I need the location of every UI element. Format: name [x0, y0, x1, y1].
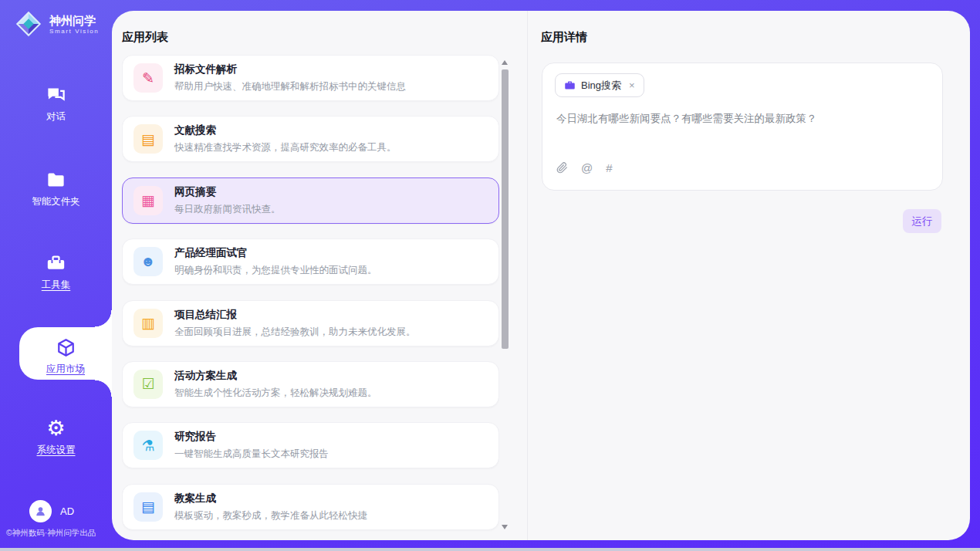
- query-text[interactable]: 今日湖北有哪些新闻要点？有哪些需要关注的最新政策？: [556, 111, 928, 127]
- briefcase-icon: [564, 79, 576, 91]
- app-detail-title: 应用详情: [541, 30, 587, 45]
- scrollbar-thumb[interactable]: [502, 69, 509, 349]
- prompt-input-card[interactable]: Bing搜索 × 今日湖北有哪些新闻要点？有哪些需要关注的最新政策？ @#: [542, 63, 943, 191]
- app-card-item[interactable]: ☻ 产品经理面试官 明确身份和职责，为您提供专业性的面试问题。: [122, 238, 499, 285]
- app-card-texts: 产品经理面试官 明确身份和职责，为您提供专业性的面试问题。: [174, 246, 377, 277]
- clipboard-check-icon: ☑: [133, 370, 163, 399]
- paperclip-icon[interactable]: [556, 161, 568, 174]
- sidebar-item-label: 应用市场: [46, 363, 85, 376]
- app-card-item[interactable]: ☑ 活动方案生成 智能生成个性化活动方案，轻松解决规划难题。: [122, 361, 499, 407]
- app-card-texts: 文献搜索 快速精准查找学术资源，提高研究效率的必备工具。: [174, 123, 397, 154]
- brand-logo-icon: [14, 9, 43, 39]
- app-card-texts: 教案生成 模板驱动，教案秒成，教学准备从此轻松快捷: [174, 492, 367, 522]
- app-card-description: 明确身份和职责，为您提供专业性的面试问题。: [174, 264, 377, 277]
- scrollbar: [500, 59, 510, 532]
- app-card-description: 每日政府新闻资讯快查。: [174, 203, 281, 216]
- webpage-icon: ▦: [133, 186, 163, 215]
- app-card-item[interactable]: ▤ 教案生成 模板驱动，教案秒成，教学准备从此轻松快捷: [122, 484, 499, 530]
- app-card-title: 文献搜索: [174, 123, 397, 137]
- brand-text: 神州问学 Smart Vision: [49, 14, 99, 35]
- scrollbar-up-arrow-icon[interactable]: [502, 60, 508, 65]
- app-card-item[interactable]: ▤ 文献搜索 快速精准查找学术资源，提高研究效率的必备工具。: [122, 116, 499, 162]
- app-card-title: 研究报告: [174, 430, 329, 444]
- book-icon: ▤: [133, 124, 163, 154]
- person-icon: [34, 505, 47, 518]
- app-card-description: 全面回顾项目进展，总结经验教训，助力未来优化发展。: [174, 326, 416, 339]
- chip-close-icon[interactable]: ×: [629, 79, 635, 91]
- app-card-title: 网页摘要: [174, 185, 281, 199]
- note-icon: ▥: [133, 309, 163, 338]
- sidebar-item-label: 工具集: [42, 279, 71, 292]
- app-list-title: 应用列表: [122, 30, 168, 45]
- app-card-description: 一键智能生成高质量长文本研究报告: [174, 448, 329, 461]
- app-card-description: 模板驱动，教案秒成，教学准备从此轻松快捷: [174, 509, 367, 522]
- app-card-title: 项目总结汇报: [174, 308, 416, 322]
- run-button[interactable]: 运行: [903, 209, 941, 233]
- sidebar-item-item[interactable]: ⚙ 系统设置: [0, 417, 112, 457]
- tool-chip-bing-search[interactable]: Bing搜索 ×: [555, 73, 644, 97]
- bottom-edge-strip: [0, 548, 980, 551]
- toolbox-icon: [0, 252, 112, 275]
- main-content: 应用列表 ✎ 招标文件解析 帮助用户快速、准确地理解和解析招标书中的关键信息 ▤…: [112, 11, 970, 540]
- folder-icon: [0, 168, 112, 191]
- input-toolbar: @#: [556, 161, 613, 174]
- doc-edit-icon: ✎: [133, 63, 163, 93]
- app-card-description: 快速精准查找学术资源，提高研究效率的必备工具。: [174, 141, 397, 154]
- chat-icon: [0, 83, 112, 106]
- app-card-texts: 研究报告 一键智能生成高质量长文本研究报告: [174, 430, 329, 461]
- app-card-texts: 项目总结汇报 全面回顾项目进展，总结经验教训，助力未来优化发展。: [174, 308, 416, 339]
- app-card-description: 帮助用户快速、准确地理解和解析招标书中的关键信息: [174, 80, 406, 93]
- user-row[interactable]: AD: [0, 500, 112, 522]
- app-card-selected[interactable]: ▦ 网页摘要 每日政府新闻资讯快查。: [122, 177, 499, 224]
- sidebar-item-item[interactable]: 工具集: [0, 252, 112, 292]
- sidebar-item-active[interactable]: 应用市场: [19, 327, 112, 380]
- app-card-title: 产品经理面试官: [174, 246, 377, 260]
- books-icon: ▤: [133, 492, 163, 522]
- hash-icon[interactable]: #: [606, 161, 612, 174]
- mention-icon[interactable]: @: [581, 161, 593, 174]
- tool-chip-label: Bing搜索: [581, 79, 621, 93]
- gear-icon: ⚙: [0, 417, 112, 440]
- app-list: ✎ 招标文件解析 帮助用户快速、准确地理解和解析招标书中的关键信息 ▤ 文献搜索…: [122, 55, 499, 540]
- avatar: [29, 500, 52, 522]
- scrollbar-down-arrow-icon[interactable]: [502, 525, 508, 529]
- research-icon: ⚗: [133, 431, 163, 460]
- cube-icon: [19, 336, 112, 359]
- sidebar-item-label: 系统设置: [37, 444, 76, 457]
- app-card-texts: 活动方案生成 智能生成个性化活动方案，轻松解决规划难题。: [174, 369, 377, 400]
- sidebar: 神州问学 Smart Vision 对话 智能文件夹 工具集 应用市场 ⚙ 系统…: [0, 0, 112, 551]
- brand: 神州问学 Smart Vision: [14, 9, 99, 39]
- sidebar-item-label: 智能文件夹: [32, 195, 80, 208]
- app-card-description: 智能生成个性化活动方案，轻松解决规划难题。: [174, 387, 377, 400]
- user-initials: AD: [60, 505, 74, 517]
- panel-divider: [527, 11, 528, 540]
- app-card-texts: 网页摘要 每日政府新闻资讯快查。: [174, 185, 281, 216]
- app-card-item[interactable]: ✎ 招标文件解析 帮助用户快速、准确地理解和解析招标书中的关键信息: [122, 55, 499, 101]
- brand-subtitle: Smart Vision: [49, 28, 99, 35]
- copyright-text: ©神州数码·神州问学出品: [6, 528, 96, 539]
- sidebar-item-item[interactable]: 对话: [0, 83, 112, 123]
- app-card-item[interactable]: ▥ 项目总结汇报 全面回顾项目进展，总结经验教训，助力未来优化发展。: [122, 300, 499, 346]
- app-card-title: 活动方案生成: [174, 369, 377, 383]
- app-card-item[interactable]: ⚗ 研究报告 一键智能生成高质量长文本研究报告: [122, 422, 499, 468]
- app-card-title: 教案生成: [174, 492, 367, 505]
- app-card-texts: 招标文件解析 帮助用户快速、准确地理解和解析招标书中的关键信息: [174, 63, 406, 93]
- brand-name: 神州问学: [49, 14, 99, 28]
- interviewer-icon: ☻: [133, 247, 163, 276]
- app-card-title: 招标文件解析: [174, 63, 406, 76]
- sidebar-item-item[interactable]: 智能文件夹: [0, 168, 112, 208]
- sidebar-item-label: 对话: [46, 110, 66, 123]
